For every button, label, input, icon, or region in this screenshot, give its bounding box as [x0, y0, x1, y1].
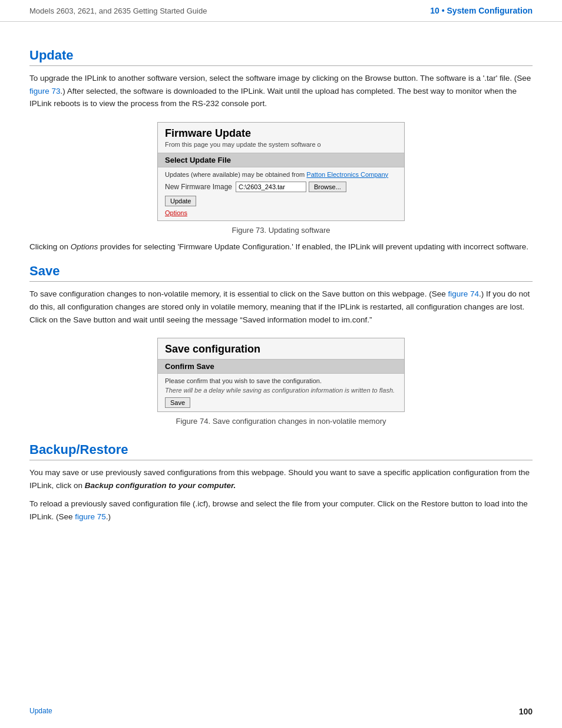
firmware-label: New Firmware Image [165, 183, 236, 191]
save-button[interactable]: Save [165, 397, 190, 408]
save-paragraph1: To save configuration changes to non-vol… [29, 288, 533, 326]
save-config-ui: Save configuration Confirm Save Please c… [157, 338, 405, 412]
firmware-input[interactable] [236, 182, 306, 192]
avail-label: Updates (where available) may be obtaine… [165, 171, 305, 178]
save-italic-text: There will be a delay while saving as co… [165, 387, 397, 394]
header-title: System Configuration [447, 6, 533, 15]
avail-text: Updates (where available) may be obtaine… [165, 171, 397, 178]
main-content: Update To upgrade the IPLink to another … [0, 22, 562, 553]
save-heading: Save [29, 263, 533, 279]
backup-paragraph2: To reload a previously saved configurati… [29, 498, 533, 523]
confirm-text: Please confirm that you wish to save the… [165, 377, 397, 384]
select-update-file-header: Select Update File [158, 153, 404, 167]
figure74-container: Save configuration Confirm Save Please c… [29, 338, 533, 426]
confirm-save-header: Confirm Save [158, 360, 404, 374]
header-bullet: • [442, 6, 445, 15]
options-row: Options [165, 209, 397, 217]
update-heading: Update [29, 48, 533, 63]
options-link[interactable]: Options [165, 209, 187, 216]
firmware-input-group: Browse... [236, 182, 346, 192]
firmware-update-ui: Firmware Update From this page you may u… [157, 122, 405, 221]
firmware-update-title: Firmware Update [158, 123, 404, 141]
firmware-update-body: Updates (where available) may be obtaine… [158, 167, 404, 220]
save-config-body: Please confirm that you wish to save the… [158, 374, 404, 411]
figure74-caption: Figure 74. Save configuration changes in… [176, 417, 386, 426]
footer-left: Update [29, 707, 52, 716]
header-chapter-num: 10 [430, 6, 439, 15]
backup-paragraph1: You may save or use previously saved con… [29, 466, 533, 492]
figure73-caption: Figure 73. Updating software [232, 226, 330, 235]
header-left-text: Models 2603, 2621, and 2635 Getting Star… [29, 6, 207, 15]
figure73-container: Firmware Update From this page you may u… [29, 122, 533, 235]
save-config-title: Save configuration [158, 338, 404, 360]
footer-right: 100 [519, 707, 533, 716]
figure75-link[interactable]: figure 75 [75, 512, 106, 521]
options-italic: Options [71, 242, 98, 251]
update-divider [29, 65, 533, 66]
save-divider [29, 281, 533, 282]
figure73-link[interactable]: figure 73 [29, 87, 61, 95]
header: Models 2603, 2621, and 2635 Getting Star… [0, 0, 562, 22]
firmware-update-subtitle: From this page you may update the system… [158, 141, 404, 153]
backup-heading: Backup/Restore [29, 442, 533, 457]
browse-button[interactable]: Browse... [309, 182, 346, 192]
update-button[interactable]: Update [165, 196, 196, 206]
update-actions: Update [165, 196, 397, 206]
header-right-text: 10 • System Configuration [430, 6, 533, 15]
firmware-row: New Firmware Image Browse... [165, 182, 397, 192]
figure74-link[interactable]: figure 74 [448, 289, 479, 298]
backup-config-italic: Backup configuration to your computer. [85, 481, 236, 490]
patton-link[interactable]: Patton Electronics Company [306, 171, 388, 178]
backup-divider [29, 460, 533, 460]
footer: Update 100 [0, 707, 562, 716]
update-paragraph1: To upgrade the IPLink to another softwar… [29, 72, 533, 110]
update-paragraph2: Clicking on Options provides for selecti… [29, 241, 533, 253]
